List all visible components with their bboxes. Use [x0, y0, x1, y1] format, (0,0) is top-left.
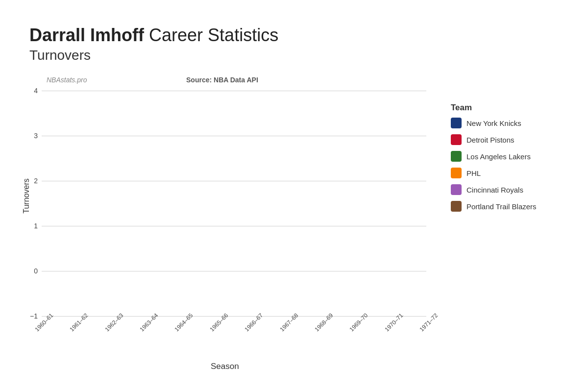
legend-swatch [451, 201, 462, 212]
grid-line [42, 91, 426, 91]
main-title: Darrall Imhoff Career Statistics [29, 24, 278, 46]
legend-swatch [451, 184, 462, 195]
chart-plot: 43210−11960–611961–621962–631963–641964–… [42, 91, 426, 316]
legend-label: Portland Trail Blazers [466, 202, 537, 211]
y-tick-label: 1 [34, 222, 38, 230]
x-tick-label: 1963–64 [139, 312, 160, 333]
legend-item: Portland Trail Blazers [451, 201, 568, 212]
y-tick-label: 4 [34, 87, 38, 95]
legend-swatch [451, 118, 462, 128]
x-axis-title: Season [211, 362, 239, 371]
x-tick-label: 1968–69 [313, 312, 334, 333]
watermark: NBAstats.pro [47, 76, 87, 84]
x-tick-label: 1964–65 [173, 312, 195, 333]
legend-item: Los Angeles Lakers [451, 151, 568, 162]
legend-title: Team [451, 103, 568, 113]
legend-label: Los Angeles Lakers [466, 152, 531, 161]
legend-label: PHL [466, 169, 481, 177]
source-text: Source: NBA Data API [186, 76, 258, 84]
x-tick-label: 1962–63 [103, 312, 124, 333]
x-tick-label: 1966–67 [244, 312, 265, 333]
legend-item: Cincinnati Royals [451, 184, 568, 195]
page: Darrall Imhoff Career Statistics Turnove… [0, 0, 588, 392]
grid-line [42, 136, 426, 136]
legend: Team New York Knicks Detroit Pistons Los… [451, 103, 568, 218]
legend-swatch [451, 134, 462, 145]
y-axis-label: Turnovers [22, 178, 31, 213]
title-bold: Darrall Imhoff [29, 25, 144, 45]
title-area: Darrall Imhoff Career Statistics Turnove… [29, 24, 278, 63]
subtitle: Turnovers [29, 48, 278, 63]
x-tick-label: 1967–68 [278, 312, 299, 333]
x-tick-label: 1961–62 [69, 312, 90, 333]
y-tick-label: 3 [34, 132, 38, 140]
grid-line [42, 181, 426, 181]
plot-inner: 43210−11960–611961–621962–631963–641964–… [42, 91, 426, 316]
legend-item: PHL [451, 168, 568, 178]
x-tick-label: 1965–66 [208, 312, 229, 333]
legend-label: Detroit Pistons [466, 136, 514, 144]
y-tick-label: 2 [34, 177, 38, 185]
x-tick-label: 1969–70 [348, 312, 369, 333]
legend-item: New York Knicks [451, 118, 568, 128]
source-bold: NBA Data API [214, 76, 258, 84]
grid-line [42, 271, 426, 271]
y-tick-label: −1 [30, 312, 38, 320]
source-prefix: Source: [186, 76, 214, 84]
grid-line [42, 226, 426, 226]
legend-item: Detroit Pistons [451, 134, 568, 145]
x-tick-label: 1970–71 [383, 312, 404, 333]
title-normal: Career Statistics [144, 25, 278, 45]
legend-swatch [451, 151, 462, 162]
legend-label: Cincinnati Royals [466, 186, 523, 194]
legend-swatch [451, 168, 462, 178]
x-tick-label: 1971–72 [418, 312, 439, 333]
y-tick-label: 0 [34, 267, 38, 275]
legend-items: New York Knicks Detroit Pistons Los Ange… [451, 118, 568, 212]
legend-label: New York Knicks [466, 119, 521, 127]
